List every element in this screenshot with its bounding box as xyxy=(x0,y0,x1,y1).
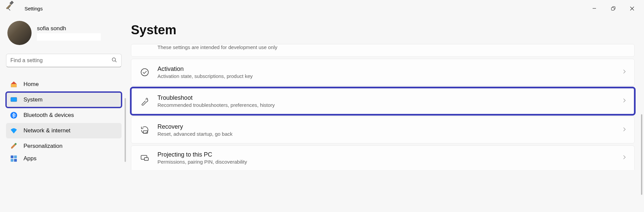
search-icon xyxy=(111,57,117,64)
card-title: Troubleshoot xyxy=(157,94,622,101)
chevron-right-icon xyxy=(622,155,627,161)
card-sub: Reset, advanced startup, go back xyxy=(157,131,622,137)
check-circle-icon xyxy=(139,66,151,78)
page-title: System xyxy=(131,23,635,37)
sidebar-item-home[interactable]: Home xyxy=(6,77,122,92)
sidebar-item-label: Apps xyxy=(24,155,37,162)
brush-icon xyxy=(10,142,17,150)
profile-email-placeholder xyxy=(37,33,101,41)
sidebar-item-bluetooth[interactable]: Bluetooth & devices xyxy=(6,108,122,123)
search-input[interactable] xyxy=(10,57,111,63)
card-recovery[interactable]: Recovery Reset, advanced startup, go bac… xyxy=(131,117,635,143)
maximize-button[interactable] xyxy=(604,2,623,15)
back-button[interactable] xyxy=(3,2,16,15)
system-icon xyxy=(10,96,17,103)
svg-rect-11 xyxy=(14,156,17,158)
content-scrollbar-track[interactable] xyxy=(640,40,643,211)
wrench-icon xyxy=(139,95,151,107)
apps-icon xyxy=(10,155,17,162)
card-projecting[interactable]: Projecting to this PC Permissions, pairi… xyxy=(131,145,635,170)
sidebar-scrollbar[interactable] xyxy=(125,98,126,162)
svg-rect-13 xyxy=(14,159,17,162)
profile-name: sofia sondh xyxy=(37,25,101,32)
wifi-icon xyxy=(10,127,17,134)
home-icon xyxy=(10,81,17,88)
svg-point-14 xyxy=(141,69,148,76)
svg-point-9 xyxy=(15,143,17,145)
card-troubleshoot[interactable]: Troubleshoot Recommended troubleshooters… xyxy=(131,88,635,115)
card-sub: Recommended troubleshooters, preferences… xyxy=(157,102,622,108)
app-title: Settings xyxy=(25,6,43,11)
card-developer[interactable]: These settings are intended for developm… xyxy=(131,44,635,57)
close-button[interactable] xyxy=(623,2,641,15)
sidebar-item-personalization[interactable]: Personalization xyxy=(6,138,122,154)
card-title: Recovery xyxy=(157,123,622,130)
svg-rect-10 xyxy=(11,156,13,158)
card-activation[interactable]: Activation Activation state, subscriptio… xyxy=(131,59,635,86)
search-box[interactable] xyxy=(6,54,122,67)
svg-rect-17 xyxy=(144,158,148,161)
sidebar-item-apps[interactable]: Apps xyxy=(6,154,122,163)
avatar xyxy=(7,21,32,45)
card-sub: Permissions, pairing PIN, discoverabilit… xyxy=(157,159,622,165)
profile-section[interactable]: sofia sondh xyxy=(6,21,122,45)
bluetooth-icon xyxy=(10,112,17,119)
chevron-right-icon xyxy=(622,127,627,133)
svg-rect-6 xyxy=(11,97,17,102)
sidebar-item-label: Bluetooth & devices xyxy=(24,112,74,119)
hammer-icon xyxy=(4,0,14,10)
sidebar-item-label: Personalization xyxy=(24,143,62,150)
svg-rect-1 xyxy=(611,7,614,10)
card-title: Projecting to this PC xyxy=(157,151,622,158)
chevron-right-icon xyxy=(622,98,627,104)
sidebar-item-system[interactable]: System xyxy=(6,92,122,108)
sidebar-item-label: System xyxy=(24,96,43,103)
minimize-button[interactable] xyxy=(585,2,604,15)
svg-rect-12 xyxy=(11,159,13,162)
sidebar-item-network[interactable]: Network & internet xyxy=(6,123,122,138)
card-sub: Activation state, subscriptions, product… xyxy=(157,73,622,79)
svg-point-4 xyxy=(112,58,116,61)
projecting-icon xyxy=(139,152,151,164)
svg-line-5 xyxy=(115,60,117,62)
recovery-icon xyxy=(139,124,151,136)
sidebar-item-label: Home xyxy=(24,81,39,88)
content-scrollbar-thumb[interactable] xyxy=(641,114,642,195)
chevron-right-icon xyxy=(622,69,627,76)
card-sub: These settings are intended for developm… xyxy=(157,44,627,50)
sidebar-item-label: Network & internet xyxy=(24,127,71,134)
card-title: Activation xyxy=(157,66,622,73)
